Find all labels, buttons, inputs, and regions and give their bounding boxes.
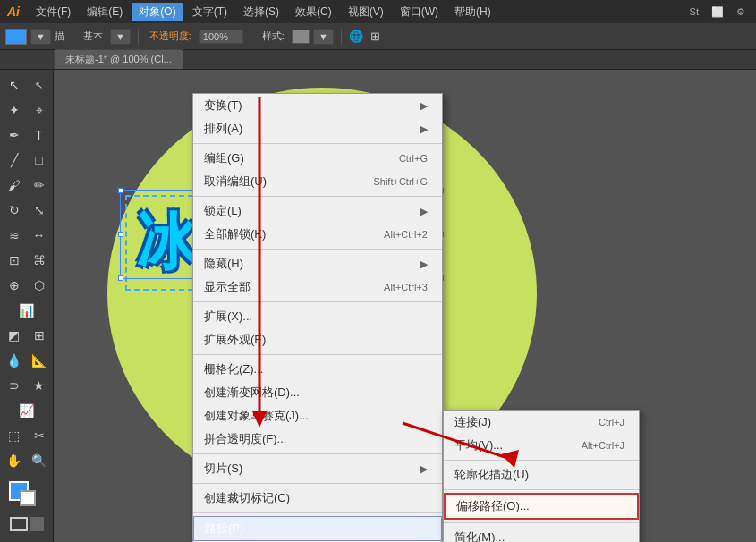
minimize-button[interactable]: St — [686, 5, 702, 18]
menu-window[interactable]: 窗口(W) — [393, 3, 446, 21]
menu-text[interactable]: 文字(T) — [185, 3, 234, 21]
screen-mode-icon[interactable] — [30, 517, 44, 531]
gradient-icon[interactable]: ◩ — [3, 324, 26, 347]
menu-rasterize[interactable]: 栅格化(Z)... — [193, 358, 442, 381]
toolbar-separator-3 — [251, 29, 251, 45]
tool-row-16: ✋ 🔍 — [3, 449, 51, 472]
submenu-outline-stroke[interactable]: 轮廓化描边(U) — [444, 463, 639, 487]
menu-effect[interactable]: 效果(C) — [288, 3, 339, 21]
document-tab[interactable]: 未标题-1* @ 100% (Cl... — [54, 49, 183, 69]
background-color[interactable] — [20, 490, 36, 506]
scale-icon[interactable]: ⤡ — [28, 199, 51, 222]
group-label: 编组(G) — [204, 150, 244, 166]
column-graph-icon[interactable]: 📈 — [15, 399, 38, 422]
hand-tool-icon[interactable]: ✋ — [3, 449, 26, 472]
layout-icon[interactable]: ⊞ — [370, 30, 380, 43]
menu-view[interactable]: 视图(V) — [341, 3, 391, 21]
submenu-join[interactable]: 连接(J) Ctrl+J — [444, 411, 639, 434]
gradient-mesh-label: 创建渐变网格(D)... — [204, 385, 300, 401]
menu-help[interactable]: 帮助(H) — [447, 3, 498, 21]
tool-row-11: ◩ ⊞ — [3, 324, 51, 347]
menu-mosaic[interactable]: 创建对象马赛克(J)... — [193, 404, 442, 428]
path-submenu: 连接(J) Ctrl+J 平均(V)... Alt+Ctrl+J 轮廓化描边(U… — [443, 410, 640, 542]
lock-arrow: ▶ — [420, 206, 428, 217]
width-tool-icon[interactable]: ↔ — [28, 224, 51, 247]
sep-7 — [193, 483, 442, 484]
paintbrush-icon[interactable]: 🖌 — [3, 174, 26, 197]
menu-transform[interactable]: 变换(T) ▶ — [193, 94, 442, 117]
menu-path[interactable]: 路径(P) ▶ — [193, 516, 442, 541]
menu-object[interactable]: 对象(O) — [132, 3, 183, 21]
toolbar: ▼ 描 基本 ▼ 不透明度: 样式: ▼ 🌐 ⊞ — [0, 23, 756, 50]
opacity-input[interactable] — [199, 30, 243, 44]
live-paint-icon[interactable]: ⬡ — [28, 274, 51, 297]
menu-slice[interactable]: 切片(S) ▶ — [193, 457, 442, 480]
tab-bar: 未标题-1* @ 100% (Cl... — [0, 50, 756, 70]
fill-color-swatch[interactable] — [5, 29, 27, 45]
direct-select-icon[interactable]: ↖ — [28, 73, 51, 97]
pencil-icon[interactable]: ✏ — [28, 174, 51, 197]
earth-icon[interactable]: 🌐 — [349, 30, 363, 43]
main-area: ↖ ↖ ✦ ⌖ ✒ T ╱ □ 🖌 ✏ ↻ ⤡ ≋ ↔ ⊡ ⌘ — [0, 70, 756, 542]
artboard-icon[interactable]: ⬚ — [3, 424, 26, 447]
menu-expand-appearance[interactable]: 扩展外观(E) — [193, 328, 442, 351]
style-dropdown[interactable]: ▼ — [313, 29, 334, 45]
selection-tool-icon[interactable]: ↖ — [3, 73, 26, 97]
sep-5 — [193, 354, 442, 355]
blend-tool-icon[interactable]: ⊃ — [3, 374, 26, 397]
free-transform-icon[interactable]: ⊡ — [3, 249, 26, 272]
menu-select[interactable]: 选择(S) — [236, 3, 286, 21]
menu-expand[interactable]: 扩展(X)... — [193, 305, 442, 328]
sep-4 — [193, 301, 442, 302]
eyedropper-icon[interactable]: 💧 — [3, 349, 26, 372]
line-tool-icon[interactable]: ╱ — [3, 148, 26, 172]
submenu-offset-path[interactable]: 偏移路径(O)... — [444, 493, 639, 520]
rect-tool-icon[interactable]: □ — [28, 148, 51, 172]
menu-gradient-mesh[interactable]: 创建渐变网格(D)... — [193, 381, 442, 404]
slice-icon[interactable]: ✂ — [28, 424, 51, 447]
text-tool-icon[interactable]: T — [28, 123, 51, 147]
slice-arrow: ▶ — [420, 463, 428, 475]
settings-icon[interactable]: ⚙ — [733, 5, 749, 19]
menu-unlock-all[interactable]: 全部解锁(K) Alt+Ctrl+2 — [193, 223, 442, 246]
pen-tool-icon[interactable]: ✒ — [3, 123, 26, 147]
title-controls: St ⬜ ⚙ — [686, 5, 749, 19]
puppet-warp-icon[interactable]: ⌘ — [28, 249, 51, 272]
handle-tl[interactable] — [118, 188, 123, 193]
menu-ungroup[interactable]: 取消编组(U) Shift+Ctrl+G — [193, 170, 442, 193]
title-bar: Ai 文件(F) 编辑(E) 对象(O) 文字(T) 选择(S) 效果(C) 视… — [0, 0, 756, 23]
submenu-average[interactable]: 平均(V)... Alt+Ctrl+J — [444, 434, 639, 457]
mesh-icon[interactable]: ⊞ — [28, 324, 51, 347]
toolbar-separator-2 — [138, 29, 139, 45]
transform-label: 变换(T) — [204, 97, 242, 114]
tool-row-9: ⊕ ⬡ — [3, 274, 51, 297]
menu-file[interactable]: 文件(F) — [29, 3, 78, 21]
slice-label: 切片(S) — [204, 461, 242, 477]
measure-icon[interactable]: 📐 — [28, 349, 51, 372]
submenu-simplify[interactable]: 简化(M)... — [444, 526, 639, 542]
menu-hide[interactable]: 隐藏(H) ▶ — [193, 252, 442, 275]
shape-builder-icon[interactable]: ⊕ — [3, 274, 26, 297]
tool-row-7: ≋ ↔ — [3, 224, 51, 247]
style-swatch[interactable] — [292, 30, 310, 44]
chart-icon[interactable]: 📊 — [15, 299, 38, 322]
maximize-button[interactable]: ⬜ — [708, 5, 727, 19]
zoom-icon[interactable]: 🔍 — [28, 449, 51, 472]
menu-show-all[interactable]: 显示全部 Alt+Ctrl+3 — [193, 275, 442, 299]
menu-create-crop[interactable]: 创建裁切标记(C) — [193, 487, 442, 510]
rotate-icon[interactable]: ↻ — [3, 199, 26, 222]
menu-edit[interactable]: 编辑(E) — [80, 3, 130, 21]
lasso-icon[interactable]: ⌖ — [28, 98, 51, 122]
warp-icon[interactable]: ≋ — [3, 224, 26, 247]
basic-dropdown[interactable]: ▼ — [110, 29, 131, 45]
sep-2 — [193, 196, 442, 197]
normal-mode-icon[interactable] — [10, 517, 28, 531]
menu-group[interactable]: 编组(G) Ctrl+G — [193, 147, 442, 170]
menu-arrange[interactable]: 排列(A) ▶ — [193, 117, 442, 140]
menu-lock[interactable]: 锁定(L) ▶ — [193, 199, 442, 223]
magic-wand-icon[interactable]: ✦ — [3, 98, 26, 122]
menu-flatten[interactable]: 拼合透明度(F)... — [193, 428, 442, 451]
tool-row-2: ✦ ⌖ — [3, 98, 51, 122]
stroke-button[interactable]: ▼ — [30, 29, 51, 45]
symbol-icon[interactable]: ★ — [28, 374, 51, 397]
